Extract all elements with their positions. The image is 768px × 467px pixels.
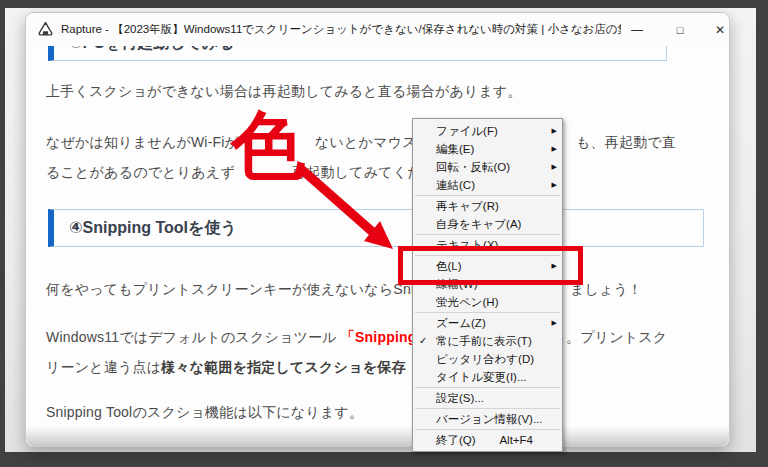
menu-item-settings[interactable]: 設定(S)... (413, 389, 562, 407)
menu-item-about[interactable]: バージョン情報(V)... (413, 410, 562, 428)
submenu-arrow-icon: ▶ (547, 314, 557, 332)
red-emphasis-text: 「Snipping (341, 329, 417, 345)
menu-item-highlighter[interactable]: 蛍光ペン(H) (413, 293, 562, 311)
menu-item-label: 編集(E) (436, 140, 547, 158)
paragraph-range: リーンと違う点は様々な範囲を指定してスクショを保存 (46, 359, 406, 377)
menu-item-zoom[interactable]: ズーム(Z)▶ (413, 314, 562, 332)
menu-item-label: タイトル変更(I)... (436, 368, 547, 386)
paragraph-snipping-intro-left: 何をやってもプリントスクリーンキーが使えないならSnip (46, 281, 422, 299)
menu-separator (415, 429, 560, 430)
window-title: Rapture - 【2023年版】Windows11でスクリーンショットができ… (61, 22, 621, 37)
menu-item-label: ズーム(Z) (436, 314, 547, 332)
title-bar[interactable]: Rapture - 【2023年版】Windows11でスクリーンショットができ… (26, 13, 729, 46)
paragraph-default-tool-right: 。プリントスク (566, 329, 667, 347)
menu-item-concat[interactable]: 連結(C)▶ (413, 176, 562, 194)
context-menu: ファイル(F)▶編集(E)▶回転・反転(O)▶連結(C)▶再キャプ(R)自身をキ… (412, 118, 563, 452)
paragraph-default-tool: Windows11ではデフォルトのスクショツール 「Snipping (46, 329, 417, 347)
paragraph-wifi-line2-left: ることがあるのでとりあえず (46, 164, 235, 182)
minimize-button[interactable]: — (626, 20, 648, 40)
bold-emphasis-text: 様々な範囲を指定してスクショを保存 (161, 359, 405, 375)
menu-item-edit[interactable]: 編集(E)▶ (413, 140, 562, 158)
menu-item-label: 設定(S)... (436, 389, 547, 407)
menu-item-label: バージョン情報(V)... (436, 410, 547, 428)
menu-item-label: 再キャプ(R) (436, 197, 547, 215)
paragraph-wifi-line1-left: なぜかは知りませんがWi-Fiが (46, 134, 239, 152)
section-heading-restart: ③PCを再起動してみる (48, 46, 667, 61)
page-bottom-fade (26, 427, 729, 446)
paragraph-restart-note: 上手くスクショができない場合は再起動してみると直る場合があります。 (46, 83, 522, 101)
close-button[interactable]: ✕ (709, 20, 731, 40)
menu-item-label: ファイル(F) (436, 122, 547, 140)
menu-item-label: 蛍光ペン(H) (436, 293, 547, 311)
menu-item-label: 回転・反転(O) (436, 158, 547, 176)
paragraph-features: Snipping Toolのスクショ機能は以下になります。 (46, 404, 363, 422)
menu-item-snap-fit[interactable]: ピッタリ合わす(D) (413, 350, 562, 368)
heading-text: ④Snipping Toolを使う (54, 219, 237, 236)
menu-item-label: 自身をキャプ(A) (436, 215, 547, 233)
menu-separator (415, 387, 560, 388)
menu-item-rotate-flip[interactable]: 回転・反転(O)▶ (413, 158, 562, 176)
maximize-button[interactable]: □ (669, 20, 691, 40)
submenu-arrow-icon: ▶ (547, 122, 557, 140)
menu-separator (415, 234, 560, 235)
red-arrow-icon (292, 158, 400, 256)
rapture-onigiri-icon (37, 21, 54, 38)
menu-item-label: 常に手前に表示(T) (436, 332, 547, 350)
menu-item-label: ピッタリ合わす(D) (436, 350, 547, 368)
red-highlight-box (398, 246, 583, 285)
submenu-arrow-icon: ▶ (547, 158, 557, 176)
heading-text: ③PCを再起動してみる (54, 46, 235, 51)
menu-item-exit[interactable]: 終了(Q)Alt+F4 (413, 431, 562, 449)
menu-item-rename-title[interactable]: タイトル変更(I)... (413, 368, 562, 386)
submenu-arrow-icon: ▶ (547, 176, 557, 194)
checkmark-icon: ✓ (417, 332, 436, 350)
submenu-arrow-icon: ▶ (547, 140, 557, 158)
paragraph-wifi-line1-right: も、再起動で直 (576, 134, 676, 152)
menu-separator (415, 408, 560, 409)
menu-separator (415, 312, 560, 313)
menu-separator (415, 195, 560, 196)
menu-item-label: 終了(Q) (436, 431, 499, 449)
menu-item-shortcut: Alt+F4 (499, 431, 533, 449)
screenshot-frame: Rapture - 【2023年版】Windows11でスクリーンショットができ… (0, 0, 768, 467)
menu-item-label: 連結(C) (436, 176, 547, 194)
menu-item-recapture[interactable]: 再キャプ(R) (413, 197, 562, 215)
menu-item-capture-self[interactable]: 自身をキャプ(A) (413, 215, 562, 233)
menu-item-always-on-top[interactable]: ✓常に手前に表示(T) (413, 332, 562, 350)
menu-item-file[interactable]: ファイル(F)▶ (413, 122, 562, 140)
